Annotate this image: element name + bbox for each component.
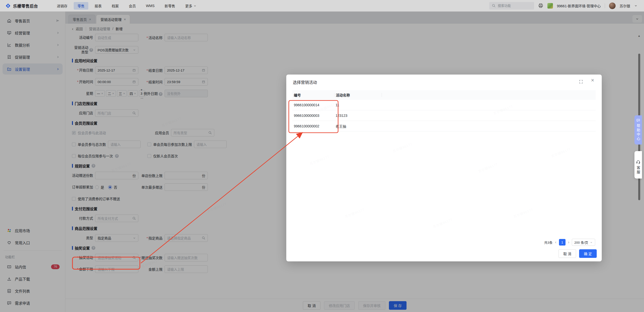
navbar-divider — [605, 4, 605, 8]
nav-item-new-retail[interactable]: 新零售 — [161, 2, 179, 10]
customer-service-label: 客服 — [636, 166, 641, 175]
watermark: 苏尔银96177 — [550, 146, 571, 159]
pagination-page-1[interactable]: 1 — [559, 239, 566, 246]
watermark: 苏尔银96177 — [344, 207, 365, 219]
column-header-empty — [382, 90, 596, 100]
logo-diamond-icon — [6, 3, 11, 8]
table-row[interactable]: 9966100000003 123123 — [292, 110, 596, 121]
cell-code: 9966100000014 — [292, 103, 334, 107]
search-icon — [492, 4, 496, 8]
nav-item-more[interactable]: 更多 — [181, 2, 200, 10]
chevron-down-icon[interactable] — [634, 4, 637, 7]
nav-item-inventory[interactable]: 进销存 — [53, 2, 71, 10]
activity-table: 编号 活动名称 9966100000014 11 9966100000003 1… — [292, 90, 596, 131]
app-title: 乐檬零售后台 — [13, 3, 38, 9]
app-logo: 乐檬零售后台 — [0, 3, 45, 9]
modal-footer: 取 消 确 定 — [558, 249, 597, 258]
printer-icon[interactable] — [538, 3, 543, 8]
watermark: 苏尔银96177 — [309, 154, 330, 166]
column-header-code: 编号 — [292, 90, 334, 100]
cell-name: 老王抽 — [334, 124, 381, 129]
nav-item-reports[interactable]: 报表 — [91, 2, 105, 10]
watermark: 苏尔银96177 — [512, 207, 534, 219]
navbar-right: 99661-新界面环境-管理中心 苏尔银 — [489, 2, 644, 10]
close-icon[interactable]: × — [591, 78, 594, 83]
org-avatar — [547, 3, 553, 9]
cell-name: 11 — [334, 103, 381, 107]
page-size-select[interactable]: 200 条/页 — [572, 239, 595, 246]
user-avatar[interactable] — [609, 3, 616, 9]
nav-item-retail[interactable]: 零售 — [74, 2, 88, 10]
chevron-down-icon — [590, 241, 593, 244]
fullscreen-icon[interactable] — [579, 80, 583, 84]
select-activity-modal: 苏尔银96177 苏尔银96177 苏尔银96177 苏尔银96177 苏尔银9… — [286, 75, 602, 261]
modal-title: 选择营销活动 — [293, 79, 317, 85]
help-comment-icon — [636, 118, 640, 122]
nav-item-wms[interactable]: WMS — [142, 3, 158, 9]
cell-name: 123123 — [334, 114, 381, 118]
table-row[interactable]: 9966100000014 11 — [292, 100, 596, 110]
column-header-name: 活动名称 — [334, 90, 382, 100]
watermark: 苏尔银96177 — [392, 141, 413, 154]
cell-code: 9966100000002 — [292, 124, 334, 128]
customer-service-tab[interactable]: 客服 — [634, 151, 642, 179]
user-name[interactable]: 苏尔银 — [620, 3, 630, 8]
help-center-tab[interactable]: 帮助中心 — [634, 115, 642, 145]
modal-ok-button[interactable]: 确 定 — [579, 249, 597, 258]
table-row[interactable]: 9966100000002 老王抽 — [292, 121, 596, 131]
search-input[interactable] — [497, 4, 530, 8]
help-center-label: 帮助中心 — [636, 124, 641, 141]
global-search[interactable] — [489, 2, 534, 10]
table-header: 编号 活动名称 — [292, 90, 596, 100]
org-name[interactable]: 99661-新界面环境-管理中心 — [557, 3, 601, 8]
cell-code: 9966100000003 — [292, 114, 334, 118]
watermark: 苏尔银96177 — [432, 217, 453, 229]
top-navbar: 乐檬零售后台 进销存 零售 报表 档案 会员 WMS 新零售 更多 99661-… — [0, 0, 644, 12]
watermark: 苏尔银96177 — [477, 161, 498, 174]
headset-icon — [636, 160, 640, 164]
main-nav: 进销存 零售 报表 档案 会员 WMS 新零售 更多 — [53, 2, 200, 10]
pagination-prev-icon[interactable]: ‹ — [555, 240, 556, 244]
chevron-down-icon — [193, 4, 196, 7]
pagination: 共3条 ‹ 1 › 200 条/页 — [544, 239, 595, 246]
nav-item-members[interactable]: 会员 — [125, 2, 140, 10]
modal-cancel-button[interactable]: 取 消 — [558, 249, 576, 258]
pagination-next-icon[interactable]: › — [568, 240, 569, 244]
nav-item-archives[interactable]: 档案 — [108, 2, 123, 10]
pagination-total: 共3条 — [544, 240, 552, 245]
